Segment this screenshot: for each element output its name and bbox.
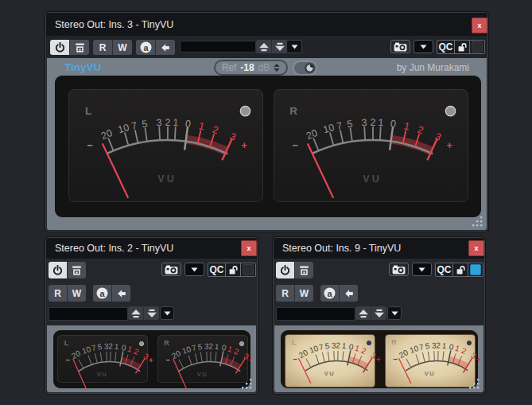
- window-title: Stereo Out: Ins. 9 - TinyVU: [282, 243, 468, 254]
- power-icon: [280, 265, 290, 275]
- bypass-button[interactable]: [70, 40, 89, 55]
- unlock-icon: [456, 265, 466, 275]
- automation-button[interactable]: a: [93, 285, 111, 302]
- meter-panel: 2010753210123−+LVU 2010753210123−+RVU: [53, 330, 250, 388]
- quick-controls-button[interactable]: QC: [437, 41, 455, 53]
- svg-text:VU: VU: [363, 173, 381, 185]
- functions-menu-button[interactable]: [412, 263, 432, 276]
- preset-menu-button[interactable]: [160, 306, 174, 320]
- snapshot-button[interactable]: [390, 40, 410, 53]
- next-preset-button[interactable]: [144, 306, 159, 320]
- activate-button[interactable]: [49, 262, 67, 278]
- preset-name-field[interactable]: [49, 307, 128, 321]
- quick-controls-button[interactable]: QC: [436, 263, 453, 276]
- preset-menu-button[interactable]: [286, 40, 302, 53]
- svg-text:L: L: [292, 338, 297, 346]
- lock-button[interactable]: [455, 41, 470, 53]
- resize-grip[interactable]: [472, 216, 483, 228]
- plugin-name: TinyVU: [64, 61, 101, 73]
- svg-text:2: 2: [108, 341, 113, 350]
- automation-button[interactable]: a: [136, 40, 155, 55]
- write-automation-button[interactable]: W: [295, 285, 313, 302]
- camera-icon: [394, 42, 407, 52]
- preset-menu-button[interactable]: [387, 306, 402, 320]
- functions-menu-button[interactable]: [184, 263, 204, 276]
- svg-text:+: +: [476, 355, 481, 364]
- preset-name-field[interactable]: [180, 41, 256, 53]
- functions-menu-button[interactable]: [414, 40, 433, 53]
- plugin-gui: 2010753210123−+LVU 2010753210123−+RVU: [274, 325, 483, 392]
- plugin-header: TinyVU Ref -18 dB by Jun Murakami: [47, 58, 487, 76]
- read-automation-button[interactable]: R: [276, 285, 294, 302]
- svg-text:−: −: [393, 355, 398, 364]
- write-automation-button[interactable]: W: [113, 40, 132, 55]
- switch-ab-button[interactable]: [156, 40, 175, 55]
- focus-indicator[interactable]: [241, 263, 255, 276]
- vu-meter-left: 2010753210123−+LVU: [57, 335, 148, 384]
- svg-text:−: −: [87, 140, 92, 151]
- triangle-up-icon: [358, 309, 369, 318]
- triangle-down-icon: [146, 309, 157, 318]
- focus-indicator[interactable]: [468, 263, 483, 276]
- preset-name-field[interactable]: [276, 307, 355, 321]
- automation-button[interactable]: a: [320, 285, 339, 302]
- svg-text:3: 3: [156, 117, 162, 128]
- arrow-left-icon: [117, 289, 126, 298]
- switch-ab-button[interactable]: [340, 285, 358, 302]
- svg-text:a: a: [99, 289, 105, 298]
- focus-indicator[interactable]: [470, 41, 484, 53]
- caret-down-icon: [191, 267, 198, 272]
- switch-ab-button[interactable]: [112, 285, 130, 302]
- snapshot-button[interactable]: [389, 263, 409, 276]
- previous-preset-button[interactable]: [256, 40, 271, 53]
- previous-preset-button[interactable]: [355, 306, 371, 320]
- close-button[interactable]: x: [241, 240, 257, 256]
- read-automation-button[interactable]: R: [49, 285, 67, 302]
- close-button[interactable]: x: [468, 240, 484, 256]
- read-automation-button[interactable]: R: [93, 40, 112, 55]
- activate-button[interactable]: [276, 262, 294, 278]
- vu-meter-left: 2010753210123−+LVU: [285, 334, 375, 384]
- lock-button[interactable]: [226, 263, 241, 276]
- next-preset-button[interactable]: [272, 40, 287, 53]
- close-button[interactable]: x: [472, 18, 487, 33]
- activate-button[interactable]: [50, 40, 69, 55]
- svg-text:VU: VU: [424, 370, 434, 377]
- power-bypass-group: [276, 262, 313, 278]
- camera-icon: [392, 265, 406, 275]
- power-bypass-group: [49, 262, 86, 278]
- snapshot-button[interactable]: [161, 263, 181, 276]
- svg-text:L: L: [85, 105, 91, 117]
- titlebar[interactable]: Stereo Out: Ins. 3 - TinyVU x: [46, 13, 487, 36]
- lock-button[interactable]: [453, 263, 468, 276]
- bypass-button[interactable]: [295, 262, 313, 278]
- bypass-button[interactable]: [68, 262, 86, 278]
- preset-spinner-group: [355, 306, 386, 320]
- resize-grip[interactable]: [241, 378, 253, 390]
- resize-grip[interactable]: [468, 378, 480, 390]
- arrow-left-icon: [344, 289, 354, 298]
- window-title: Stereo Out: Ins. 3 - TinyVU: [55, 19, 472, 30]
- ref-label: Ref: [222, 62, 237, 73]
- preset-spinner-group: [128, 306, 159, 320]
- quick-controls-group: QC: [208, 263, 256, 277]
- titlebar[interactable]: Stereo Out: Ins. 9 - TinyVU x: [274, 238, 484, 259]
- power-icon: [55, 42, 65, 53]
- power-bypass-group: [50, 40, 89, 55]
- svg-text:VU: VU: [97, 371, 107, 378]
- svg-text:1: 1: [378, 117, 384, 128]
- vu-meter-right: 2010753210123−+RVU: [385, 334, 476, 384]
- write-automation-button[interactable]: W: [68, 285, 86, 302]
- ref-level-control[interactable]: Ref -18 dB: [214, 60, 288, 76]
- titlebar[interactable]: Stereo Out: Ins. 2 - TinyVU x: [46, 238, 257, 259]
- previous-preset-button[interactable]: [128, 306, 143, 320]
- caret-down-icon: [164, 311, 171, 316]
- next-preset-button[interactable]: [371, 306, 386, 320]
- plugin-window-ins2: Stereo Out: Ins. 2 - TinyVU x QC R W a: [45, 237, 258, 394]
- theme-toggle[interactable]: [293, 60, 317, 76]
- bypass-icon: [72, 265, 82, 275]
- camera-icon: [165, 265, 178, 275]
- caret-down-icon: [418, 267, 425, 272]
- quick-controls-button[interactable]: QC: [208, 263, 226, 276]
- svg-text:−: −: [292, 140, 297, 151]
